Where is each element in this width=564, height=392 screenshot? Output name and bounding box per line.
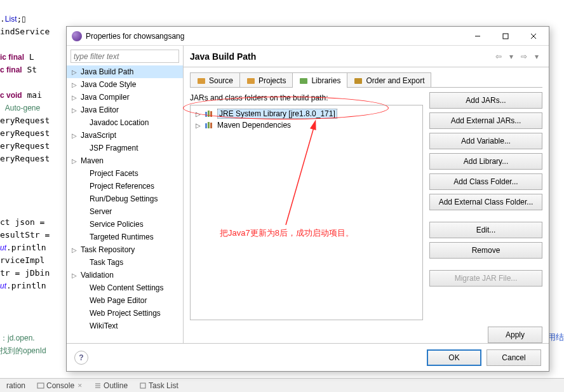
nav-item-maven[interactable]: ▷Maven — [67, 154, 183, 167]
nav-item-validation[interactable]: ▷Validation — [67, 269, 183, 281]
nav-item-javadoc-location[interactable]: Javadoc Location — [67, 116, 183, 129]
window-title: Properties for chowsangsang — [86, 32, 464, 41]
nav-item-task-tags[interactable]: Task Tags — [67, 256, 183, 269]
annotation-text: 把Java7更新为8后，成功启动项目。 — [220, 227, 354, 239]
nav-item-java-code-style[interactable]: ▷Java Code Style — [67, 78, 183, 91]
title-bar: Properties for chowsangsang — [67, 27, 549, 46]
nav-item-java-compiler[interactable]: ▷Java Compiler — [67, 91, 183, 104]
add-external-class-folder-button[interactable]: Add External Class Folder... — [429, 194, 542, 210]
nav-item-java-build-path[interactable]: ▷Java Build Path — [67, 65, 183, 78]
add-class-folder-button[interactable]: Add Class Folder... — [429, 173, 542, 190]
svg-rect-5 — [247, 78, 255, 84]
migrate-jar-file-button: Migrate JAR File... — [429, 270, 542, 287]
svg-rect-12 — [208, 122, 210, 128]
add-external-jars-button[interactable]: Add External JARs... — [429, 112, 542, 129]
buttons-column: Add JARs...Add External JARs...Add Varia… — [429, 92, 542, 320]
tabs: SourceProjectsLibrariesOrder and Export — [184, 67, 549, 88]
tab-order-and-export[interactable]: Order and Export — [347, 72, 431, 88]
eclipse-icon — [72, 31, 82, 41]
filter-input[interactable] — [70, 50, 179, 63]
svg-rect-11 — [205, 123, 207, 128]
svg-rect-4 — [198, 78, 205, 84]
forward-icon[interactable]: ⇨ — [518, 51, 530, 62]
view-console[interactable]: Console✕ — [33, 381, 86, 390]
view-ration[interactable]: ration — [3, 381, 29, 390]
svg-rect-6 — [300, 78, 307, 84]
nav-item-task-repository[interactable]: ▷Task Repository — [67, 243, 183, 256]
nav-item-project-references[interactable]: Project References — [67, 180, 183, 193]
code-background: .List;▯ indService ic final L c final St… — [0, 0, 50, 292]
tab-source[interactable]: Source — [190, 72, 240, 88]
nav-item-javascript[interactable]: ▷JavaScript — [67, 129, 183, 142]
add-variable-button[interactable]: Add Variable... — [429, 133, 542, 149]
help-icon[interactable]: ? — [74, 351, 88, 365]
svg-rect-13 — [210, 123, 212, 128]
maximize-button[interactable] — [492, 27, 520, 45]
nav-tree[interactable]: ▷Java Build Path▷Java Code Style▷Java Co… — [67, 64, 183, 343]
tab-libraries[interactable]: Libraries — [292, 72, 347, 88]
back-icon[interactable]: ⇦ — [493, 51, 504, 62]
nav-item-jsp-fragment[interactable]: JSP Fragment — [67, 142, 183, 154]
tree-node[interactable]: ▷JRE System Library [jre1.8.0_171] — [192, 108, 421, 119]
nav-item-web-page-editor[interactable]: Web Page Editor — [67, 294, 183, 307]
svg-rect-10 — [210, 111, 212, 117]
page-title: Java Build Path — [190, 51, 493, 62]
cancel-button[interactable]: Cancel — [487, 349, 541, 366]
annotation-arrow — [279, 121, 318, 229]
nav-item-server[interactable]: Server — [67, 205, 183, 218]
edit-button[interactable]: Edit... — [429, 222, 542, 238]
apply-button[interactable]: Apply — [488, 327, 542, 343]
nav-item-targeted-runtimes[interactable]: Targeted Runtimes — [67, 231, 183, 243]
svg-rect-9 — [208, 111, 210, 117]
tree-node[interactable]: ▷Maven Dependencies — [192, 119, 421, 131]
add-jars-button[interactable]: Add JARs... — [429, 92, 542, 109]
svg-rect-8 — [205, 112, 207, 117]
close-button[interactable] — [520, 27, 547, 45]
ok-button[interactable]: OK — [427, 349, 481, 366]
nav-item-web-project-settings[interactable]: Web Project Settings — [67, 307, 183, 320]
nav-item-service-policies[interactable]: Service Policies — [67, 218, 183, 231]
nav-item-web-content-settings[interactable]: Web Content Settings — [67, 281, 183, 294]
code-background-2: ：jd.open. 找到的openId — [0, 332, 46, 357]
nav-item-java-editor[interactable]: ▷Java Editor — [67, 104, 183, 116]
svg-rect-7 — [354, 78, 362, 84]
add-library-button[interactable]: Add Library... — [429, 153, 542, 170]
svg-rect-1 — [503, 34, 508, 39]
nav-item-project-facets[interactable]: Project Facets — [67, 167, 183, 180]
view-outline[interactable]: Outline — [90, 381, 131, 390]
view-tasklist[interactable]: Task List — [135, 381, 182, 390]
tree-label: JARs and class folders on the build path… — [190, 93, 423, 102]
svg-rect-19 — [140, 383, 145, 388]
nav-item-run-debug-settings[interactable]: Run/Debug Settings — [67, 193, 183, 205]
nav-item-wikitext[interactable]: WikiText — [67, 320, 183, 332]
svg-rect-15 — [37, 383, 44, 388]
menu-icon[interactable]: ▾ — [531, 51, 542, 62]
svg-line-14 — [286, 123, 315, 225]
properties-dialog: Properties for chowsangsang ▷Java Build … — [66, 26, 549, 372]
libraries-tree[interactable]: ▷JRE System Library [jre1.8.0_171]▷Maven… — [190, 105, 423, 320]
minimize-button[interactable] — [464, 27, 492, 45]
views-bar: ration Console✕ Outline Task List — [0, 378, 564, 392]
remove-button[interactable]: Remove — [429, 242, 542, 259]
dropdown-icon[interactable]: ▾ — [506, 51, 517, 62]
tab-projects[interactable]: Projects — [239, 72, 293, 88]
nav-panel: ▷Java Build Path▷Java Code Style▷Java Co… — [67, 46, 184, 343]
